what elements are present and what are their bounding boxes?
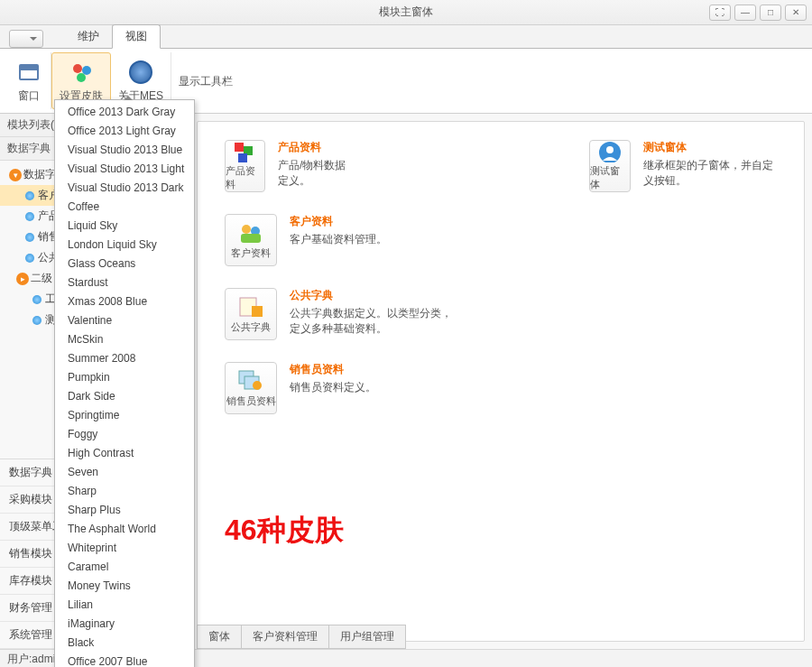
card-product: 产品资料 产品资料产品/物料数据定义。 [225,140,355,192]
svg-point-1 [82,66,91,75]
skin-option[interactable]: Foggy [55,425,194,444]
cubes-icon [231,141,258,162]
content-panel: 产品资料 产品资料产品/物料数据定义。 测试窗体 测试窗体继承框架的子窗体，并自… [197,121,805,642]
btab-customer[interactable]: 客户资料管理 [241,625,329,649]
svg-point-15 [253,381,262,390]
window-title: 模块主窗体 [379,5,433,20]
card-sales-button[interactable]: 销售员资料 [225,362,277,414]
skin-option[interactable]: Valentine [55,311,194,330]
windows-user-icon [237,369,264,393]
svg-rect-5 [238,153,247,162]
skin-option[interactable]: Office 2013 Light Gray [55,122,194,141]
users-icon [237,221,264,245]
card-test-button[interactable]: 测试窗体 [589,140,630,192]
skin-option[interactable]: High Contrast [55,444,194,463]
card-sales: 销售员资料 销售员资料销售员资料定义。 [225,362,777,414]
skin-option[interactable]: Visual Studio 2013 Light [55,160,194,179]
skin-option[interactable]: Whiteprint [55,539,194,558]
skin-option[interactable]: Glass Oceans [55,255,194,273]
titlebar: 模块主窗体 ⛶ — □ ✕ [0,0,812,25]
skin-option[interactable]: Sharp Plus [55,501,194,520]
skin-dropdown[interactable]: Office 2013 Dark GrayOffice 2013 Light G… [54,99,195,667]
svg-rect-10 [241,234,261,243]
svg-point-0 [73,64,82,73]
svg-rect-3 [235,143,244,152]
skin-option[interactable]: Sharp [55,482,194,501]
skin-option[interactable]: Office 2013 Dark Gray [55,103,194,122]
skin-option[interactable]: Pumpkin [55,368,194,387]
skin-option[interactable]: Black [55,634,194,653]
skin-option[interactable]: Summer 2008 [55,349,194,368]
ribbon-tabs: 维护 视图 [0,25,812,49]
annotation-text: 46种皮肤 [225,511,344,551]
window-icon [19,64,39,80]
svg-point-8 [242,225,251,234]
card-test: 测试窗体 测试窗体继承框架的子窗体，并自定义按钮。 [589,140,777,192]
bottom-tabs: 窗体 客户资料管理 用户组管理 [197,625,405,649]
maximize-icon[interactable]: □ [760,5,781,21]
skin-option[interactable]: London Liquid Sky [55,236,194,255]
ribbon-window-button[interactable]: 窗口 [7,52,51,109]
palette-icon [69,60,94,85]
skin-option[interactable]: Visual Studio 2013 Blue [55,141,194,160]
tab-maintain[interactable]: 维护 [65,25,112,48]
svg-point-2 [77,73,86,82]
card-dict-button[interactable]: 公共字典 [225,288,277,340]
skin-option[interactable]: Lilian [55,596,194,615]
skin-option[interactable]: Visual Studio 2013 Dark [55,179,194,198]
note-cube-icon [237,295,264,319]
skin-option[interactable]: Liquid Sky [55,217,194,236]
skin-option[interactable]: The Asphalt World [55,520,194,539]
btab-form[interactable]: 窗体 [197,625,242,649]
svg-point-7 [606,146,614,153]
skin-option[interactable]: iMaginary [55,615,194,634]
svg-rect-12 [252,306,263,317]
skin-option[interactable]: Caramel [55,558,194,577]
card-customer: 客户资料 客户资料客户基础资料管理。 [225,214,777,266]
skin-option[interactable]: Office 2007 Blue [55,653,194,667]
minimize-icon[interactable]: — [734,5,756,21]
skin-option[interactable]: McSkin [55,330,194,349]
card-customer-button[interactable]: 客户资料 [225,214,277,266]
tab-view[interactable]: 视图 [112,24,161,49]
skin-option[interactable]: Stardust [55,273,194,292]
restore-icon[interactable]: ⛶ [709,5,731,21]
skin-option[interactable]: Money Twins [55,577,194,596]
skin-option[interactable]: Xmas 2008 Blue [55,292,194,311]
quick-access-toolbar[interactable] [9,30,43,48]
skin-option[interactable]: Dark Side [55,387,194,406]
skin-option[interactable]: Springtime [55,406,194,425]
card-product-button[interactable]: 产品资料 [225,140,265,192]
skin-option[interactable]: Coffee [55,198,194,217]
skin-option[interactable]: Seven [55,463,194,482]
card-dict: 公共字典 公共字典公共字典数据定义。以类型分类，定义多种基础资料。 [225,288,777,340]
btab-usergroup[interactable]: 用户组管理 [328,625,406,649]
main: 产品资料 产品资料产品/物料数据定义。 测试窗体 测试窗体继承框架的子窗体，并自… [189,114,812,649]
person-circle-icon [596,141,623,162]
close-icon[interactable]: ✕ [785,5,807,21]
globe-icon [129,60,152,84]
